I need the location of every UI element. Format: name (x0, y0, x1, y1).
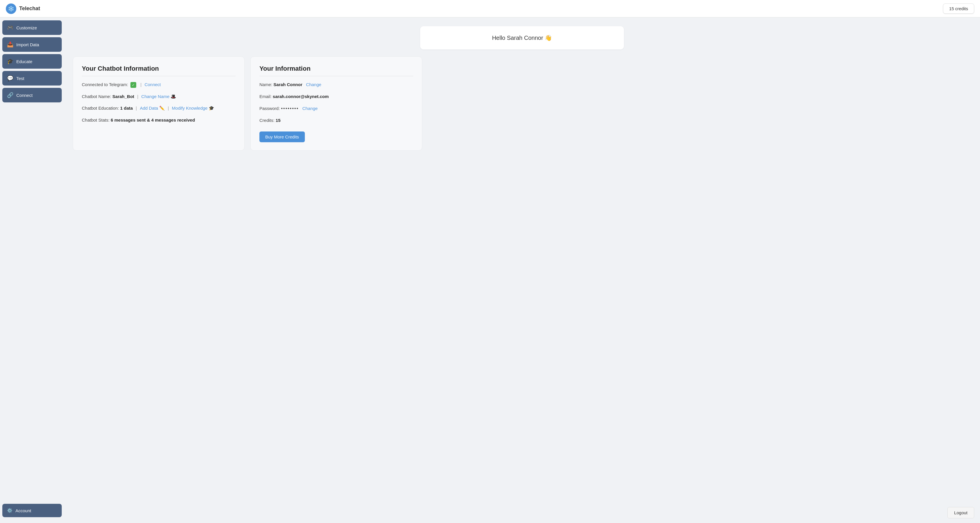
credits-row: Credits: 15 (259, 117, 413, 124)
app-name: Telechat (19, 6, 40, 12)
separator-2: | (137, 94, 138, 99)
sidebar-item-educate[interactable]: 🎓 Educate (2, 54, 62, 69)
separator-1: | (140, 82, 142, 87)
password-row: Password: •••••••• Change (259, 105, 413, 112)
logo-area: ❄️ Telechat (6, 3, 40, 14)
name-label: Name: (259, 82, 272, 87)
change-name-button[interactable]: Change Name 🎩 (141, 94, 176, 99)
password-label: Password: (259, 106, 280, 111)
header: ❄️ Telechat 15 credits (0, 0, 980, 17)
buy-credits-button[interactable]: Buy More Credits (259, 132, 305, 142)
logo-icon: ❄️ (6, 3, 16, 14)
education-data: 1 data (120, 106, 133, 111)
sidebar-item-test[interactable]: 💬 Test (2, 71, 62, 86)
sidebar: 🎮 Customize 📥 Import Data 🎓 Educate 💬 Te… (0, 17, 64, 523)
separator-4: | (168, 106, 169, 111)
sidebar-bottom: ⚙️ Account (0, 504, 64, 520)
sidebar-label-connect: Connect (16, 93, 33, 98)
cards-row: Your Chatbot Information Connected to Te… (73, 56, 422, 151)
connect-icon: 🔗 (7, 92, 13, 98)
account-icon: ⚙️ (7, 508, 13, 513)
credits-badge: 15 credits (943, 3, 974, 14)
sidebar-item-import-data[interactable]: 📥 Import Data (2, 37, 62, 52)
education-row: Chatbot Education: 1 data | Add Data ✏️ … (82, 105, 235, 112)
telegram-row: Connected to Telegram: ✓ | Connect (82, 81, 235, 88)
add-data-button[interactable]: Add Data ✏️ (140, 106, 165, 111)
welcome-message: Hello Sarah Connor 👋 (492, 35, 552, 41)
user-info-card: Your Information Name: Sarah Connor Chan… (250, 56, 422, 151)
sidebar-label-customize: Customize (16, 25, 37, 30)
separator-3: | (136, 106, 137, 111)
telegram-check-icon: ✓ (130, 82, 136, 88)
password-dots: •••••••• (281, 106, 299, 111)
change-name-user-button[interactable]: Change (306, 82, 321, 87)
credits-row-value: 15 (276, 118, 281, 123)
telegram-label: Connected to Telegram: (82, 82, 128, 87)
welcome-card: Hello Sarah Connor 👋 (420, 26, 624, 49)
credits-row-label: Credits: (259, 118, 275, 123)
sidebar-label-educate: Educate (16, 59, 32, 64)
chatbot-name-row: Chatbot Name: Sarah_Bot | Change Name 🎩 (82, 94, 235, 100)
email-row: Email: sarah.connor@skynet.com (259, 94, 413, 100)
user-info-title: Your Information (259, 65, 413, 76)
chatbot-info-card: Your Chatbot Information Connected to Te… (73, 56, 245, 151)
stats-value: 6 messages sent & 4 messages received (111, 117, 195, 122)
chatbot-name-value: Sarah_Bot (112, 94, 134, 99)
test-icon: 💬 (7, 75, 13, 81)
sidebar-item-connect[interactable]: 🔗 Connect (2, 88, 62, 102)
education-label: Chatbot Education: (82, 106, 119, 111)
sidebar-item-account[interactable]: ⚙️ Account (2, 504, 62, 517)
stats-label: Chatbot Stats: (82, 117, 110, 122)
name-value: Sarah Connor (274, 82, 302, 87)
educate-icon: 🎓 (7, 58, 13, 65)
app-body: 🎮 Customize 📥 Import Data 🎓 Educate 💬 Te… (0, 17, 980, 523)
stats-row: Chatbot Stats: 6 messages sent & 4 messa… (82, 117, 235, 124)
modify-knowledge-button[interactable]: Modify Knowledge 🎓 (172, 106, 214, 111)
email-value: sarah.connor@skynet.com (273, 94, 329, 99)
sidebar-label-account: Account (16, 508, 31, 513)
connect-button[interactable]: Connect (145, 82, 161, 87)
import-data-icon: 📥 (7, 41, 13, 48)
main-content: Hello Sarah Connor 👋 Your Chatbot Inform… (64, 17, 980, 523)
customize-icon: 🎮 (7, 24, 13, 31)
sidebar-label-test: Test (16, 76, 24, 81)
chatbot-name-label: Chatbot Name: (82, 94, 111, 99)
email-label: Email: (259, 94, 272, 99)
name-row: Name: Sarah Connor Change (259, 81, 413, 88)
sidebar-label-import-data: Import Data (16, 42, 39, 47)
change-password-button[interactable]: Change (302, 106, 318, 111)
logout-button[interactable]: Logout (947, 507, 974, 518)
chatbot-info-title: Your Chatbot Information (82, 65, 235, 76)
sidebar-nav: 🎮 Customize 📥 Import Data 🎓 Educate 💬 Te… (0, 21, 64, 103)
sidebar-item-customize[interactable]: 🎮 Customize (2, 21, 62, 35)
